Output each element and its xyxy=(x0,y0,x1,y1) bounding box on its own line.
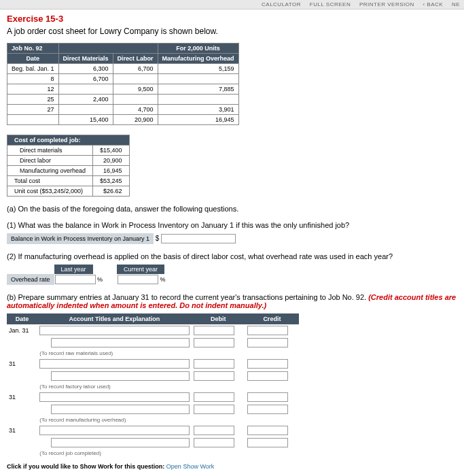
question-1: (1) What was the balance in Work in Proc… xyxy=(7,221,457,229)
table-cell: Beg. bal. Jan. 1 xyxy=(7,64,59,74)
debit-input[interactable] xyxy=(194,326,234,335)
for-units: For 2,000 Units xyxy=(158,44,238,54)
table-cell: 6,700 xyxy=(58,74,113,84)
account-input[interactable] xyxy=(39,326,189,335)
credit-input[interactable] xyxy=(247,338,288,347)
table-cell: 12 xyxy=(7,84,59,95)
debit-input[interactable] xyxy=(194,371,234,381)
debit-input[interactable] xyxy=(194,338,234,347)
table-cell xyxy=(158,95,238,105)
back-link[interactable]: ‹ BACK xyxy=(423,1,443,7)
credit-input[interactable] xyxy=(247,426,288,435)
table-cell xyxy=(58,84,113,95)
dollar-sign: $ xyxy=(156,235,160,242)
total-cost-val: $53,245 xyxy=(93,176,130,186)
col-date: Date xyxy=(7,54,59,64)
q1-input[interactable] xyxy=(161,234,236,243)
current-year-header: Current year xyxy=(117,265,164,274)
table-cell: 25 xyxy=(7,95,59,105)
account-input[interactable] xyxy=(39,426,189,435)
fullscreen-link[interactable]: FULL SCREEN xyxy=(310,1,351,7)
table-cell: 5,159 xyxy=(158,64,238,74)
account-input[interactable] xyxy=(51,371,189,381)
entry-col-debit: Debit xyxy=(192,313,245,324)
job-number: Job No. 92 xyxy=(7,44,59,54)
total-mo: 16,945 xyxy=(158,115,238,125)
entry-date: 31 xyxy=(7,424,37,437)
account-input[interactable] xyxy=(51,338,189,347)
entry-col-acct: Account Titles and Explanation xyxy=(37,313,191,324)
open-show-work-link[interactable]: Open Show Work xyxy=(166,463,214,470)
credit-input[interactable] xyxy=(247,359,288,369)
entry-hint: (To record raw materials used) xyxy=(37,349,191,358)
overhead-rate-label: Overhead rate xyxy=(7,274,54,285)
table-cell: 6,300 xyxy=(58,64,113,74)
show-work-line: Click if you would like to Show Work for… xyxy=(7,463,457,470)
calculator-link[interactable]: CALCULATOR xyxy=(262,1,301,7)
col-mfg-overhead: Manufacturing Overhead xyxy=(158,54,238,64)
credit-input[interactable] xyxy=(247,405,288,414)
debit-input[interactable] xyxy=(194,392,234,402)
total-dm: 15,400 xyxy=(58,115,113,125)
cost-header: Cost of completed job: xyxy=(7,135,130,146)
table-cell: 27 xyxy=(7,105,59,115)
unit-cost-label: Unit cost ($53,245/2,000) xyxy=(7,186,93,197)
table-cell: 4,700 xyxy=(113,105,158,115)
part-a-text: (a) On the basis of the foregoing data, … xyxy=(7,205,457,213)
entry-col-credit: Credit xyxy=(245,313,299,324)
table-cell: 7,885 xyxy=(158,84,238,95)
cost-completed-table: Cost of completed job: Direct materials$… xyxy=(7,135,130,197)
cost-row-val: $15,400 xyxy=(93,146,130,156)
cost-row-val: 16,945 xyxy=(93,166,130,176)
next-link[interactable]: NE xyxy=(452,1,460,7)
credit-input[interactable] xyxy=(247,392,288,402)
entry-hint: (To record manufacturing overhead) xyxy=(37,415,191,424)
entry-col-date: Date xyxy=(7,313,37,324)
debit-input[interactable] xyxy=(194,438,234,447)
exercise-description: A job order cost sheet for Lowry Company… xyxy=(7,27,457,36)
entry-hint: (To record job completed) xyxy=(37,449,191,458)
col-direct-labor: Direct Labor xyxy=(113,54,158,64)
exercise-title: Exercise 15-3 xyxy=(7,14,457,24)
table-cell: 3,901 xyxy=(158,105,238,115)
table-cell: 9,500 xyxy=(113,84,158,95)
total-dl: 20,900 xyxy=(113,115,158,125)
partb-lead: (b) Prepare summary entries at January 3… xyxy=(7,293,368,301)
job-cost-table: Job No. 92 For 2,000 Units Date Direct M… xyxy=(7,43,239,125)
total-cost-label: Total cost xyxy=(7,176,93,186)
debit-input[interactable] xyxy=(194,405,234,414)
table-cell: 6,700 xyxy=(113,64,158,74)
entry-date: 31 xyxy=(7,391,37,403)
cost-row-val: 20,900 xyxy=(93,156,130,166)
debit-input[interactable] xyxy=(194,426,234,435)
account-input[interactable] xyxy=(39,392,189,402)
cost-row-label: Manufacturing overhead xyxy=(7,166,93,176)
journal-entry-table: Date Account Titles and Explanation Debi… xyxy=(7,313,299,458)
question-2: (2) If manufacturing overhead is applied… xyxy=(7,252,457,260)
account-input[interactable] xyxy=(51,438,189,447)
printer-link[interactable]: PRINTER VERSION xyxy=(359,1,414,7)
overhead-current-input[interactable] xyxy=(118,275,158,284)
part-b-text: (b) Prepare summary entries at January 3… xyxy=(7,293,457,309)
q1-prompt: Balance in Work in Process Inventory on … xyxy=(7,233,154,244)
debit-input[interactable] xyxy=(194,359,234,369)
table-cell xyxy=(113,74,158,84)
top-toolbar: CALCULATOR FULL SCREEN PRINTER VERSION ‹… xyxy=(0,0,464,10)
credit-input[interactable] xyxy=(247,438,288,447)
overhead-last-input[interactable] xyxy=(55,275,96,284)
last-year-header: Last year xyxy=(54,265,93,274)
credit-input[interactable] xyxy=(247,326,288,335)
cost-row-label: Direct materials xyxy=(7,146,93,156)
col-direct-materials: Direct Materials xyxy=(58,54,113,64)
table-cell xyxy=(113,95,158,105)
entry-date: 31 xyxy=(7,358,37,370)
credit-input[interactable] xyxy=(247,371,288,381)
account-input[interactable] xyxy=(51,405,189,414)
unit-cost-val: $26.62 xyxy=(93,186,130,197)
account-input[interactable] xyxy=(39,359,189,369)
table-cell: 8 xyxy=(7,74,59,84)
show-work-label: Click if you would like to Show Work for… xyxy=(7,463,164,470)
table-cell: 2,400 xyxy=(58,95,113,105)
entry-hint: (To record factory labor used) xyxy=(37,382,191,391)
table-cell xyxy=(158,74,238,84)
